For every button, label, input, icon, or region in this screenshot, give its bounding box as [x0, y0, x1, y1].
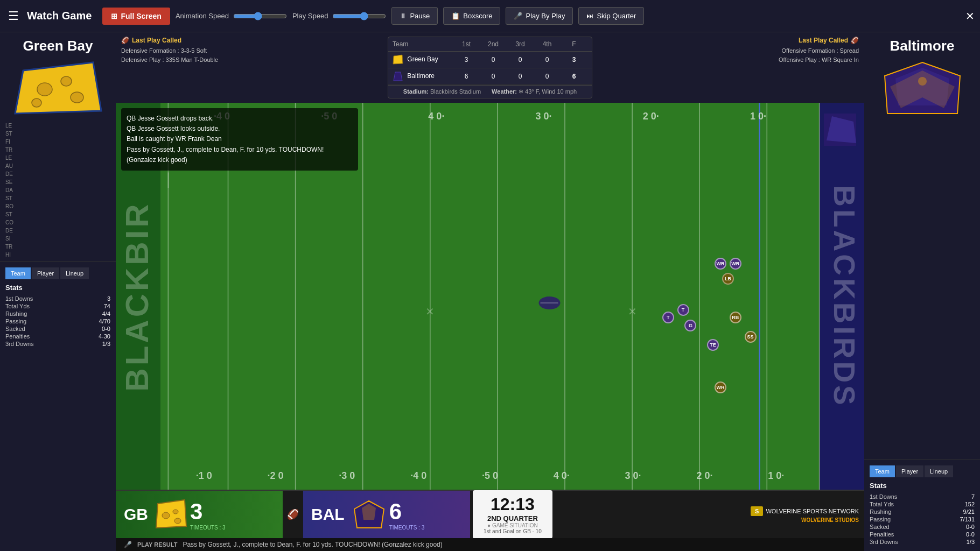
scoreboard: Team 1st 2nd 3rd 4th F Green Bay — [388, 37, 592, 98]
left-nav-st3[interactable]: ST — [5, 210, 110, 218]
svg-text:✕: ✕ — [425, 306, 435, 317]
left-nav-fi[interactable]: FI — [5, 138, 110, 146]
left-nav-de2[interactable]: DE — [5, 227, 110, 235]
animation-speed-section: Animation Speed — [176, 12, 287, 20]
play-speed-section: Play Speed — [292, 12, 387, 20]
skip-icon: ⏭ — [586, 12, 593, 20]
microphone-icon: 🎤 — [514, 12, 522, 20]
gb-logo-bottom — [155, 498, 187, 531]
bal-abbr: BAL — [311, 505, 345, 524]
boxscore-button[interactable]: 📋 Boxscore — [443, 7, 500, 25]
left-nav-hi[interactable]: HI — [5, 251, 110, 259]
left-nav-le[interactable]: LE — [5, 122, 110, 130]
play-log: QB Jesse Gossett drops back. QB Jesse Go… — [121, 108, 358, 171]
left-team-name: Green Bay — [0, 32, 116, 60]
menu-icon[interactable]: ☰ — [5, 6, 22, 26]
left-team-logo — [12, 60, 104, 119]
right-stat-1st-downs: 1st Downs7 — [870, 493, 975, 500]
right-stat-rushing: Rushing9/21 — [870, 508, 975, 515]
center-area: 🏈 Last Play Called Defensive Formation :… — [116, 32, 864, 551]
right-tab-team[interactable]: Team — [870, 465, 895, 477]
right-stats-tabs: Team Player Lineup — [870, 465, 975, 477]
left-nav-co[interactable]: CO — [5, 218, 110, 227]
left-nav-tr2[interactable]: TR — [5, 243, 110, 251]
left-nav-ro[interactable]: RO — [5, 202, 110, 210]
left-nav-st[interactable]: ST — [5, 130, 110, 138]
left-nav-da[interactable]: DA — [5, 186, 110, 194]
bal-score-section: BAL 6 TIMEOUTS : 3 — [303, 491, 470, 538]
right-nav-item[interactable] — [870, 122, 975, 132]
play-speed-slider[interactable] — [332, 12, 386, 20]
right-endzone-logo — [821, 111, 859, 149]
left-tab-player[interactable]: Player — [32, 267, 59, 279]
right-stats-panel: Team Player Lineup Stats 1st Downs7 Tota… — [864, 460, 980, 551]
expand-icon: ⊞ — [111, 12, 117, 20]
svg-point-4 — [61, 76, 72, 86]
gb-score-info: 3 TIMEOUTS : 3 — [190, 499, 226, 531]
pause-button[interactable]: ⏸ Pause — [391, 7, 438, 25]
bal-score: 6 — [389, 499, 425, 525]
play-result-bar: 🎤 PLAY RESULT Pass by Gossett, J., compl… — [116, 538, 864, 551]
right-stat-penalties: Penalties0-0 — [870, 531, 975, 538]
right-team-logo — [879, 60, 965, 119]
left-stat-penalties: Penalties4-30 — [5, 333, 110, 340]
yard-numbers-bottom: ·1 0 ·2 0 ·3 0 ·4 0 ·5 0 4 0· 3 0· 2 0· … — [168, 470, 811, 482]
network-name: WOLVERINE SPORTS NETWORK — [766, 508, 859, 514]
football-marker — [538, 295, 562, 313]
left-stats-title: Stats — [5, 284, 110, 292]
pause-icon: ⏸ — [400, 12, 407, 20]
left-nav-de[interactable]: DE — [5, 170, 110, 178]
football-icon: 🏈 — [287, 508, 299, 520]
left-stats-tabs: Team Player Lineup — [5, 267, 110, 279]
bal-timeouts: TIMEOUTS : 3 — [389, 525, 425, 531]
right-stat-sacked: Sacked0-0 — [870, 523, 975, 531]
left-tab-lineup[interactable]: Lineup — [60, 267, 89, 279]
right-tab-lineup[interactable]: Lineup — [925, 465, 953, 477]
play-by-play-button[interactable]: 🎤 Play By Play — [506, 7, 573, 25]
boxscore-icon: 📋 — [451, 12, 460, 20]
left-stat-1st-downs: 1st Downs3 — [5, 295, 110, 302]
close-button[interactable]: ✕ — [965, 10, 975, 23]
full-screen-button[interactable]: ⊞ Full Screen — [102, 8, 170, 25]
microphone-result-icon: 🎤 — [124, 541, 132, 548]
right-nav — [864, 119, 980, 460]
left-nav-au[interactable]: AU — [5, 162, 110, 170]
gb-score-section: GB 3 TIMEOUTS : 3 — [116, 491, 283, 538]
left-nav: LE ST FI TR LE AU DE SE DA ST RO ST CO D… — [0, 119, 116, 262]
skip-quarter-button[interactable]: ⏭ Skip Quarter — [578, 7, 644, 25]
left-stat-rushing: Rushing4/4 — [5, 310, 110, 317]
watch-game-title: Watch Game — [27, 10, 92, 22]
network-section: S WOLVERINE SPORTS NETWORK WOLVERINE STU… — [555, 506, 864, 523]
right-sidebar: Baltimore Team Play — [864, 32, 980, 551]
left-nav-si[interactable]: SI — [5, 235, 110, 243]
left-nav-st2[interactable]: ST — [5, 194, 110, 202]
left-nav-le2[interactable]: LE — [5, 154, 110, 162]
left-stat-total-yds: Total Yds74 — [5, 302, 110, 310]
quarter-display: 2ND QUARTER — [484, 514, 542, 522]
svg-point-6 — [32, 98, 41, 107]
left-tab-team[interactable]: Team — [5, 267, 31, 279]
left-stat-passing: Passing4/70 — [5, 317, 110, 325]
left-stat-sacked: Sacked0-0 — [5, 325, 110, 333]
stadium-weather: Stadium: Blackbirds Stadium Weather: ❄ 4… — [388, 85, 592, 98]
animation-speed-slider[interactable] — [233, 12, 287, 20]
left-last-play: 🏈 Last Play Called Defensive Formation :… — [121, 37, 382, 64]
cheese-icon-small: 🏈 — [121, 37, 129, 44]
gb-abbr: GB — [124, 505, 148, 524]
left-stat-3rd-downs: 3rd Downs1/3 — [5, 340, 110, 348]
game-situation: 1st and Goal on GB - 10 — [484, 528, 542, 534]
right-stat-passing: Passing7/131 — [870, 515, 975, 523]
left-stats-panel: Team Player Lineup Stats 1st Downs3 Tota… — [0, 262, 116, 353]
football-divider: 🏈 — [283, 508, 303, 520]
gb-timeouts: TIMEOUTS : 3 — [190, 525, 226, 531]
left-nav-se[interactable]: SE — [5, 178, 110, 186]
clock-section: 12:13 2ND QUARTER ● GAME SITUATION 1st a… — [473, 490, 552, 539]
left-endzone-text: BLACKBIR — [118, 201, 156, 391]
bottom-score-bar: GB 3 TIMEOUTS : 3 🏈 — [116, 490, 864, 538]
gb-score: 3 — [190, 499, 226, 525]
right-team-name: Baltimore — [864, 32, 980, 60]
game-clock: 12:13 — [484, 495, 542, 514]
right-tab-player[interactable]: Player — [896, 465, 923, 477]
football-field-wrapper: BLACKBIR BLACKBIRDS — [116, 103, 864, 490]
left-nav-tr[interactable]: TR — [5, 146, 110, 154]
